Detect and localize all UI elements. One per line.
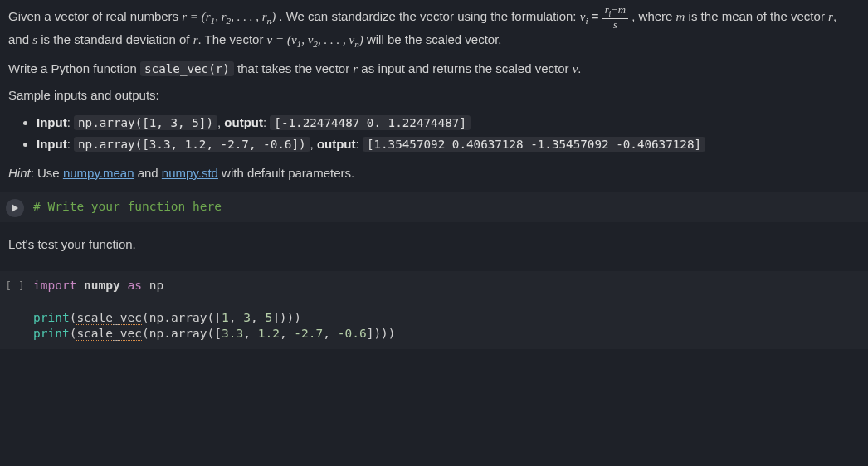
run-button[interactable] (6, 199, 24, 217)
sample-input-code: np.array([3.3, 1.2, -2.7, -0.6]) (74, 137, 310, 152)
sample-input-code: np.array([1, 3, 5]) (74, 115, 217, 130)
function-signature-code: scale_vec(r) (140, 61, 234, 76)
play-icon (11, 204, 19, 212)
paragraph-2: Write a Python function scale_vec(r) tha… (8, 60, 860, 79)
paragraph-1: Given a vector of real numbers r = (r1, … (8, 5, 860, 51)
code-editor[interactable]: import numpy as np print(scale_vec(np.ar… (30, 276, 868, 344)
problem-description: Given a vector of real numbers r = (r1, … (0, 0, 868, 182)
sample-output-code: [-1.22474487 0. 1.22474487] (270, 115, 471, 130)
code-cell-2[interactable]: [ ] import numpy as np print(scale_vec(n… (0, 271, 868, 349)
cell-gutter: [ ] (0, 276, 30, 294)
list-item: Input: np.array([1, 3, 5]), output: [-1.… (37, 114, 860, 133)
samples-heading: Sample inputs and outputs: (8, 86, 860, 105)
numpy-mean-link[interactable]: numpy.mean (63, 166, 134, 180)
cell-gutter (0, 197, 30, 217)
list-item: Input: np.array([3.3, 1.2, -2.7, -0.6]),… (37, 135, 860, 154)
code-editor[interactable]: # Write your function here (30, 197, 868, 217)
sample-output-code: [1.35457092 0.40637128 -1.35457092 -0.40… (363, 137, 705, 152)
between-text: Let's test your function. (0, 222, 868, 260)
svg-marker-0 (12, 204, 18, 212)
hint-paragraph: Hint: Use numpy.mean and numpy.std with … (8, 164, 860, 183)
numpy-std-link[interactable]: numpy.std (162, 166, 218, 180)
samples-list: Input: np.array([1, 3, 5]), output: [-1.… (8, 114, 860, 154)
code-cell-1[interactable]: # Write your function here (0, 192, 868, 222)
